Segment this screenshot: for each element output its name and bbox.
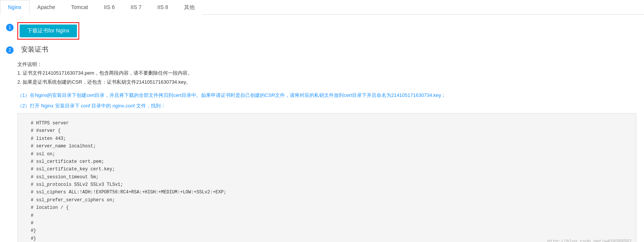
code-line: # ssl_certificate cert.pem;: [25, 158, 629, 165]
file-description: 文件说明： 1. 证书文件214105171630734.pem，包含两段内容，…: [17, 60, 636, 86]
code-line: #}: [25, 235, 629, 242]
tab-iis8[interactable]: IIS 8: [149, 0, 176, 15]
content-area: 文件说明： 1. 证书文件214105171630734.pem，包含两段内容，…: [17, 60, 636, 242]
step2-row: 2 安装证书: [6, 45, 636, 54]
code-line: #}: [25, 227, 629, 234]
file-desc-line1: 1. 证书文件214105171630734.pem，包含两段内容，请不要删除任…: [17, 69, 636, 77]
code-line: # location / {: [25, 204, 629, 211]
tab-other[interactable]: 其他: [176, 0, 203, 15]
tab-iis7[interactable]: IIS 7: [123, 0, 149, 15]
download-btn-wrapper: 下载证书for Nginx: [17, 22, 79, 40]
code-line: # #server {: [25, 127, 629, 135]
code-line: # ssl_ciphers ALL:!ADH:!EXPORT56:RC4+RSA…: [25, 188, 629, 196]
code-line: # listen 443;: [25, 135, 629, 142]
code-line: #: [25, 219, 629, 227]
tabs-bar: Nginx Apache Tomcat IIS 6 IIS 7 IIS 8 其他: [0, 0, 644, 15]
code-line: # ssl_protocols SSLv2 SSLv3 TLSv1;: [25, 181, 629, 188]
step2-circle: 2: [6, 46, 14, 54]
file-desc-heading: 文件说明：: [17, 60, 636, 69]
code-line: # server_name localhost;: [25, 142, 629, 150]
tab-apache[interactable]: Apache: [29, 0, 63, 15]
install-step2: （2）打开 Nginx 安装目录下 conf 目录中的 nginx.conf 文…: [17, 101, 636, 110]
install-steps: （1）在Nginx的安装目录下创建cert目录，并且将下载的全部文件拷贝到cer…: [17, 91, 636, 110]
main-content: 1 下载证书for Nginx 2 安装证书 文件说明： 1. 证书文件2141…: [0, 15, 644, 242]
file-desc-line2: 2. 如果是证书系统创建的CSR，还包含：证书私钥文件2141051716307…: [17, 78, 636, 86]
code-block: # HTTPS server # #server { # listen 443;…: [17, 113, 636, 242]
step1-circle: 1: [6, 24, 14, 31]
code-line: # HTTPS server: [25, 119, 629, 127]
tab-iis6[interactable]: IIS 6: [96, 0, 123, 15]
tab-tomcat[interactable]: Tomcat: [63, 0, 96, 15]
install-step1: （1）在Nginx的安装目录下创建cert目录，并且将下载的全部文件拷贝到cer…: [17, 91, 636, 100]
code-line: # ssl on;: [25, 150, 629, 158]
code-line: #: [25, 212, 629, 219]
tab-nginx[interactable]: Nginx: [0, 0, 29, 15]
step1-row: 1 下载证书for Nginx: [6, 22, 636, 40]
code-line: # ssl_certificate_key cert.key;: [25, 165, 629, 173]
section-title: 安装证书: [21, 45, 48, 54]
watermark: http://blog.csdn.net/w410589502: [547, 238, 632, 242]
download-button[interactable]: 下载证书for Nginx: [20, 25, 77, 37]
code-line: # ssl_prefer_server_ciphers on;: [25, 196, 629, 204]
code-line: # ssl_session_timeout 5m;: [25, 173, 629, 181]
